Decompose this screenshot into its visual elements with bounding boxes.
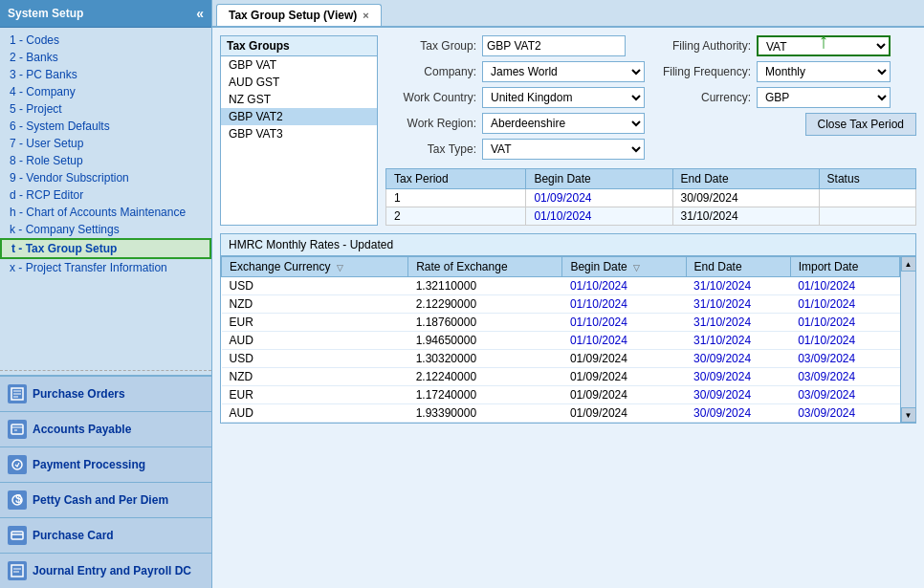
rates-section: HMRC Monthly Rates - Updated Exchange Cu…	[220, 233, 916, 424]
sidebar-item-project-transfer[interactable]: x - Project Transfer Information	[0, 259, 211, 276]
table-row: NZD 2.12290000 01/10/2024 31/10/2024 01/…	[222, 295, 900, 314]
import-cell: 01/10/2024	[790, 332, 899, 350]
end-cell: 31/10/2024	[686, 277, 790, 295]
work-region-select[interactable]: Aberdeenshire	[482, 113, 645, 134]
table-row: 1 01/09/2024 30/09/2024	[386, 189, 916, 207]
tax-group-item-aud-gst[interactable]: AUD GST	[221, 74, 377, 91]
begin-date-cell: 01/10/2024	[526, 207, 672, 226]
company-label: Company:	[385, 65, 476, 78]
begin-date-cell: 01/09/2024	[526, 189, 672, 207]
import-cell: 03/09/2024	[790, 368, 899, 386]
tax-type-label: Tax Type:	[385, 142, 476, 156]
end-date-cell: 30/09/2024	[672, 189, 819, 207]
table-row: USD 1.30320000 01/09/2024 30/09/2024 03/…	[222, 350, 900, 368]
purchase-orders-icon	[8, 384, 27, 403]
tax-groups-panel: Tax Groups GBP VAT AUD GST NZ GST GBP VA…	[220, 35, 378, 226]
filing-frequency-select[interactable]: Monthly	[757, 61, 891, 82]
begin-cell: 01/09/2024	[562, 368, 686, 386]
purchase-card-label: Purchase Card	[33, 529, 114, 542]
tax-group-input[interactable]	[482, 35, 626, 56]
import-cell: 03/09/2024	[790, 350, 899, 368]
begin-cell: 01/09/2024	[562, 404, 686, 423]
col-exchange-currency: Exchange Currency ▽	[222, 257, 408, 277]
payment-processing-label: Payment Processing	[33, 458, 145, 471]
currency-label: Currency:	[660, 91, 751, 104]
tax-groups-header: Tax Groups	[221, 36, 377, 56]
tax-group-item-gbp-vat2[interactable]: GBP VAT2	[221, 108, 377, 125]
filter-icon-currency[interactable]: ▽	[337, 263, 343, 272]
begin-cell: 01/10/2024	[562, 314, 686, 332]
rate-cell: 1.93390000	[408, 404, 562, 423]
sidebar-item-pc-banks[interactable]: 3 - PC Banks	[0, 66, 211, 83]
begin-cell: 01/10/2024	[562, 295, 686, 314]
close-tax-period-button[interactable]: Close Tax Period	[805, 113, 917, 136]
scroll-up-btn[interactable]: ▲	[901, 256, 916, 272]
sidebar-item-user-setup[interactable]: 7 - User Setup	[0, 135, 211, 152]
svg-rect-4	[11, 425, 23, 434]
sidebar-item-journal-entry[interactable]: Journal Entry and Payroll DC	[0, 553, 211, 588]
col-import-date: Import Date	[790, 257, 899, 277]
tax-type-select[interactable]: VAT	[482, 139, 645, 160]
sidebar-item-role-setup[interactable]: 8 - Role Setup	[0, 152, 211, 169]
import-cell: 01/10/2024	[790, 277, 899, 295]
sidebar-item-tax-group-setup[interactable]: t - Tax Group Setup	[0, 238, 211, 259]
tax-group-item-gbp-vat[interactable]: GBP VAT	[221, 56, 377, 74]
sidebar-item-company[interactable]: 4 - Company	[0, 83, 211, 100]
period-cell: 2	[386, 207, 526, 226]
tab-close-btn[interactable]: ×	[363, 10, 368, 21]
filing-frequency-label: Filing Frequency:	[660, 65, 751, 78]
col-begin-date: Begin Date	[526, 169, 672, 189]
sidebar-item-banks[interactable]: 2 - Banks	[0, 49, 211, 66]
form-columns: Tax Group: Company: James World Work Co	[385, 35, 916, 164]
rate-cell: 1.94650000	[408, 332, 562, 350]
currency-row: Currency: GBP	[660, 87, 916, 108]
sidebar-item-project[interactable]: 5 - Project	[0, 100, 211, 118]
tax-group-row: Tax Group:	[385, 35, 645, 56]
sidebar-item-purchase-card[interactable]: Purchase Card	[0, 517, 211, 553]
sidebar-collapse-btn[interactable]: «	[196, 6, 204, 21]
sidebar-nav: 1 - Codes 2 - Banks 3 - PC Banks 4 - Com…	[0, 28, 211, 366]
payment-processing-icon	[8, 455, 27, 474]
sidebar-item-rcp-editor[interactable]: d - RCP Editor	[0, 186, 211, 204]
company-select[interactable]: James World	[482, 61, 645, 82]
work-country-label: Work Country:	[385, 91, 476, 104]
sidebar-item-accounts-payable[interactable]: Accounts Payable	[0, 411, 211, 446]
rate-cell: 1.17240000	[408, 386, 562, 404]
tab-tax-group-setup[interactable]: Tax Group Setup (View) ×	[216, 4, 382, 26]
table-row: EUR 1.18760000 01/10/2024 31/10/2024 01/…	[222, 314, 900, 332]
sidebar-item-system-defaults[interactable]: 6 - System Defaults	[0, 118, 211, 135]
sidebar-item-codes[interactable]: 1 - Codes	[0, 32, 211, 49]
tax-group-item-nz-gst[interactable]: NZ GST	[221, 91, 377, 108]
end-cell: 31/10/2024	[686, 295, 790, 314]
form-section: Tax Group: Company: James World Work Co	[385, 35, 916, 226]
work-country-row: Work Country: United Kingdom	[385, 87, 645, 108]
sidebar-item-chart-accounts[interactable]: h - Chart of Accounts Maintenance	[0, 204, 211, 221]
tax-group-item-gbp-vat3[interactable]: GBP VAT3	[221, 125, 377, 142]
sidebar-bottom: Purchase Orders Accounts Payable Payment…	[0, 375, 211, 588]
sidebar-item-purchase-orders[interactable]: Purchase Orders	[0, 376, 211, 411]
sidebar-item-vendor-subscription[interactable]: 9 - Vendor Subscription	[0, 169, 211, 186]
journal-entry-label: Journal Entry and Payroll DC	[33, 564, 191, 577]
scroll-down-btn[interactable]: ▼	[901, 407, 916, 423]
rates-scrollbar[interactable]: ▲ ▼	[900, 256, 915, 423]
svg-text:$: $	[15, 493, 22, 506]
import-cell: 01/10/2024	[790, 295, 899, 314]
import-cell: 03/09/2024	[790, 404, 899, 423]
svg-rect-10	[11, 532, 23, 539]
currency-cell: NZD	[222, 368, 408, 386]
currency-cell: EUR	[222, 314, 408, 332]
currency-select[interactable]: GBP	[757, 87, 891, 108]
rate-cell: 1.30320000	[408, 350, 562, 368]
accounts-payable-icon	[8, 420, 27, 439]
sidebar-item-payment-processing[interactable]: Payment Processing	[0, 446, 211, 482]
sidebar-item-petty-cash[interactable]: $ Petty Cash and Per Diem	[0, 482, 211, 517]
table-row: NZD 2.12240000 01/09/2024 30/09/2024 03/…	[222, 368, 900, 386]
tab-bar: Tax Group Setup (View) ×	[212, 0, 924, 28]
end-cell: 30/09/2024	[686, 350, 790, 368]
svg-rect-12	[11, 565, 23, 577]
table-row: EUR 1.17240000 01/09/2024 30/09/2024 03/…	[222, 386, 900, 404]
rate-cell: 2.12240000	[408, 368, 562, 386]
filter-icon-begin[interactable]: ▽	[633, 263, 640, 272]
sidebar-item-company-settings[interactable]: k - Company Settings	[0, 221, 211, 238]
work-country-select[interactable]: United Kingdom	[482, 87, 645, 108]
